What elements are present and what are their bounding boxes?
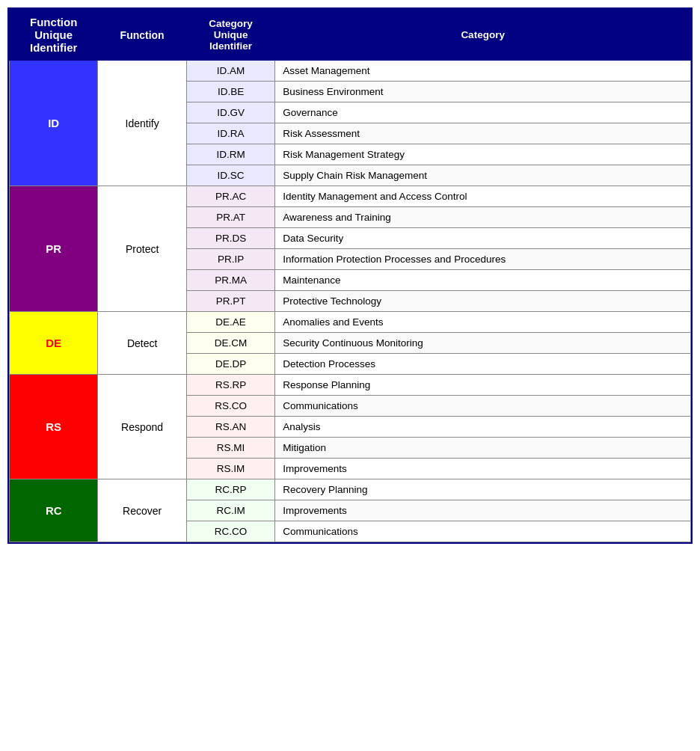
category-name: Risk Management Strategy xyxy=(275,144,691,165)
category-uid: ID.RM xyxy=(186,144,274,165)
category-name: Maintenance xyxy=(275,270,691,291)
table-row: IDIdentifyID.AMAsset Management xyxy=(10,61,691,82)
category-uid: PR.IP xyxy=(186,249,274,270)
category-uid: DE.CM xyxy=(186,333,274,354)
function-name-pr: Protect xyxy=(98,186,186,312)
category-uid: ID.AM xyxy=(186,61,274,82)
category-name: Risk Assessment xyxy=(275,123,691,144)
category-name: Governance xyxy=(275,102,691,123)
function-name-rc: Recover xyxy=(98,479,186,542)
category-name: Mitigation xyxy=(275,438,691,459)
category-name: Recovery Planning xyxy=(275,479,691,500)
category-name: Improvements xyxy=(275,459,691,479)
category-uid: ID.SC xyxy=(186,165,274,186)
function-uid-rc: RC xyxy=(10,479,98,542)
category-name: Protective Technology xyxy=(275,291,691,312)
category-uid: ID.GV xyxy=(186,102,274,123)
category-name: Information Protection Processes and Pro… xyxy=(275,249,691,270)
category-uid: RS.RP xyxy=(186,375,274,396)
category-name: Detection Processes xyxy=(275,354,691,375)
header-category: Category xyxy=(275,10,691,61)
category-uid: RC.IM xyxy=(186,500,274,521)
category-uid: PR.MA xyxy=(186,270,274,291)
category-name: Response Planning xyxy=(275,375,691,396)
function-name-id: Identify xyxy=(98,61,186,186)
category-name: Business Environment xyxy=(275,82,691,102)
category-uid: RS.CO xyxy=(186,396,274,417)
category-uid: PR.PT xyxy=(186,291,274,312)
category-uid: RC.CO xyxy=(186,521,274,542)
function-uid-rs: RS xyxy=(10,375,98,479)
category-uid: DE.AE xyxy=(186,312,274,333)
function-uid-id: ID xyxy=(10,61,98,186)
category-name: Supply Chain Risk Management xyxy=(275,165,691,186)
header-function-uid: FunctionUniqueIdentifier xyxy=(10,10,98,61)
table-row: RCRecoverRC.RPRecovery Planning xyxy=(10,479,691,500)
category-name: Improvements xyxy=(275,500,691,521)
main-table-wrapper: FunctionUniqueIdentifier Function Catego… xyxy=(7,7,693,544)
category-uid: DE.DP xyxy=(186,354,274,375)
category-name: Identity Management and Access Control xyxy=(275,186,691,207)
category-uid: RC.RP xyxy=(186,479,274,500)
function-uid-pr: PR xyxy=(10,186,98,312)
header-category-uid: CategoryUniqueIdentifier xyxy=(186,10,274,61)
category-name: Data Security xyxy=(275,228,691,249)
category-name: Communications xyxy=(275,521,691,542)
category-uid: RS.MI xyxy=(186,438,274,459)
category-name: Security Continuous Monitoring xyxy=(275,333,691,354)
category-uid: PR.AC xyxy=(186,186,274,207)
category-name: Communications xyxy=(275,396,691,417)
category-uid: PR.AT xyxy=(186,207,274,228)
category-name: Asset Management xyxy=(275,61,691,82)
category-uid: ID.RA xyxy=(186,123,274,144)
category-uid: RS.IM xyxy=(186,459,274,479)
category-name: Analysis xyxy=(275,417,691,438)
category-uid: PR.DS xyxy=(186,228,274,249)
nist-framework-table: FunctionUniqueIdentifier Function Catego… xyxy=(9,9,691,542)
table-row: DEDetectDE.AEAnomalies and Events xyxy=(10,312,691,333)
function-name-rs: Respond xyxy=(98,375,186,479)
category-uid: RS.AN xyxy=(186,417,274,438)
category-name: Anomalies and Events xyxy=(275,312,691,333)
function-name-de: Detect xyxy=(98,312,186,375)
table-row: RSRespondRS.RPResponse Planning xyxy=(10,375,691,396)
header-function: Function xyxy=(98,10,186,61)
table-row: PRProtectPR.ACIdentity Management and Ac… xyxy=(10,186,691,207)
category-name: Awareness and Training xyxy=(275,207,691,228)
category-uid: ID.BE xyxy=(186,82,274,102)
function-uid-de: DE xyxy=(10,312,98,375)
